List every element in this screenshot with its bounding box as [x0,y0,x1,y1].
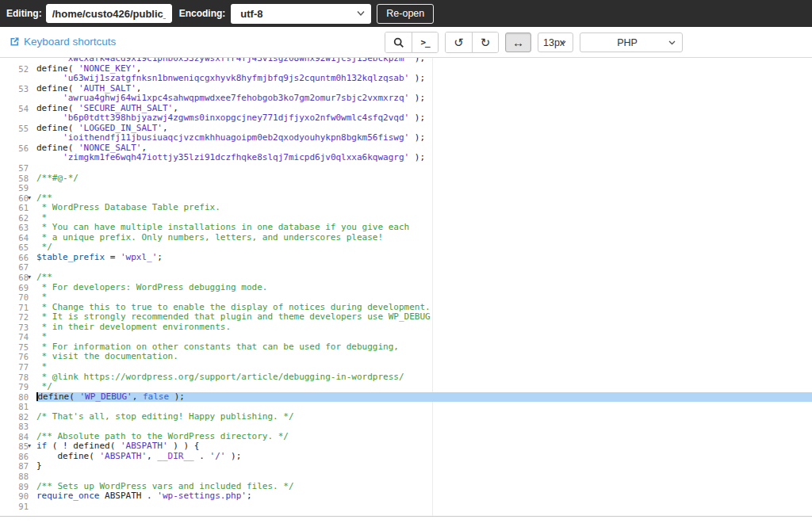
line-number: 63 [0,223,36,233]
gutter-cell: 66 [0,253,36,263]
editor-header-bar: Editing: Encoding: utf-8 Re-open [0,0,812,27]
code-line-text [36,163,812,174]
code-row[interactable]: 88 [0,472,812,482]
code-line-text: * visit the documentation. [36,352,812,362]
code-line-text [36,402,812,412]
chevron-down-icon [668,40,676,45]
code-row[interactable]: 91 [0,502,812,512]
word-wrap-toggle[interactable]: ↔ [505,32,531,52]
code-editor[interactable]: 'xwcxafk4acd9x19c1pnb0x53zywsxffr4fj43v1… [0,58,812,517]
code-row[interactable]: 57 [0,163,812,174]
search-button[interactable] [385,32,412,52]
line-number: 67 [0,262,36,273]
code-line-text [36,422,812,432]
redo-button[interactable]: ↻ [472,32,498,52]
gutter-cell: 88 [0,472,36,482]
line-number: 90 [0,491,36,502]
gutter-cell: 54 [0,104,36,114]
code-row[interactable]: 87} [0,461,812,472]
code-row[interactable]: 67 [0,262,812,273]
line-number: 65 [0,242,36,253]
code-row[interactable]: 79 */ [0,382,812,392]
code-line-text: * It is strongly recommended that plugin… [36,312,812,323]
gutter-cell: 64 [0,233,36,243]
code-line-text [36,502,812,512]
undo-icon: ↺ [454,36,464,48]
gutter-cell [0,133,36,143]
code-line-text: define( 'WP_DEBUG', false ); [36,392,812,403]
terminal-button[interactable]: >_ [412,32,438,52]
line-number: 72 [0,312,36,323]
code-row[interactable]: 'zimgkm1fe6wqh47iottjy35lzi91dczfhqke8sl… [0,153,812,163]
line-number: 57 [0,163,36,174]
code-row[interactable]: 76 * visit the documentation. [0,352,812,362]
code-line-text: * [36,362,812,372]
gutter-cell: 77 [0,362,36,372]
code-line-text: /**#@-*/ [36,174,812,184]
code-row[interactable]: 74 * [0,332,812,342]
code-row[interactable]: 78 * @link https://wordpress.org/support… [0,372,812,383]
code-row[interactable]: 90require_once ABSPATH . 'wp-settings.ph… [0,491,812,502]
code-row[interactable]: 59 [0,183,812,193]
code-line-text: * WordPress Database Table prefix. [36,203,812,213]
redo-icon: ↻ [481,36,491,48]
font-size-select[interactable]: 13px [538,32,573,52]
language-select[interactable]: PHP [580,32,683,52]
line-number: 55 [0,124,36,134]
encoding-select[interactable]: utf-8 [231,4,371,24]
code-row[interactable]: 63 * You can have multiple installations… [0,223,812,233]
code-row[interactable]: 'b6p0tdtt398hbjyazwj4zgwms0inxopgcjney77… [0,113,812,124]
fold-arrow-icon[interactable]: ▾ [28,441,31,452]
code-row[interactable]: 'awrua4ghwj64wi1xpc4sahwqpmwdxee7fehobgo… [0,94,812,104]
code-row[interactable]: 61 * WordPress Database Table prefix. [0,203,812,213]
reopen-button[interactable]: Re-open [377,4,434,24]
line-number: 80 [0,392,36,403]
code-row[interactable]: 64 * a unique prefix. Only numbers, lett… [0,233,812,243]
gutter-cell: 73 [0,323,36,333]
code-row[interactable]: 69 * For developers: WordPress debugging… [0,283,812,293]
line-number: 69 [0,283,36,293]
line-number: 70 [0,292,36,303]
line-number: 87 [0,461,36,472]
code-row[interactable]: 68▾/** [0,273,812,283]
gutter-cell: 68▾ [0,273,36,283]
code-row-highlighted[interactable]: 80define( 'WP_DEBUG', false ); [0,392,812,403]
undo-redo-group: ↺ ↻ [445,32,499,53]
code-row[interactable]: 72 * It is strongly recommended that plu… [0,312,812,323]
line-number: 79 [0,382,36,392]
line-number: 83 [0,422,36,432]
line-number: 59 [0,183,36,193]
gutter-cell: 89 [0,482,36,492]
code-row[interactable]: 86 define( 'ABSPATH', __DIR__ . '/' ); [0,452,812,462]
gutter-cell: 59 [0,183,36,193]
gutter-cell: 76 [0,352,36,362]
fold-arrow-icon[interactable]: ▾ [28,273,31,283]
gutter-cell: 61 [0,203,36,213]
undo-button[interactable]: ↺ [446,32,472,52]
code-row[interactable]: 58/**#@-*/ [0,174,812,184]
code-row[interactable]: 81 [0,402,812,412]
code-row[interactable]: 'u63wij1szatgfnksn1bnweniqcgxhyvk8hyfmjb… [0,74,812,84]
code-row[interactable]: 83 [0,422,812,432]
line-number: 64 [0,233,36,243]
gutter-cell: 52 [0,64,36,74]
code-row[interactable]: 77 * [0,362,812,372]
gutter-cell [0,74,36,84]
file-path-input[interactable] [46,4,172,23]
search-terminal-group: >_ [385,32,439,53]
gutter-cell: 86 [0,452,36,462]
code-row[interactable]: 70 * [0,292,812,303]
fold-arrow-icon[interactable]: ▾ [28,193,31,204]
gutter-cell: 53 [0,84,36,94]
code-row[interactable]: 73 * in their development environments. [0,323,812,333]
line-number: 77 [0,362,36,372]
code-line-text: require_once ABSPATH . 'wp-settings.php'… [36,491,812,502]
code-line-text: 'ioithendfj11jbusiuaqcjvzcmkhhuagoipm0eb… [36,133,812,143]
line-number: 86 [0,452,36,462]
code-row[interactable]: 66$table_prefix = 'wpxl_'; [0,253,812,263]
line-number: 76 [0,352,36,362]
code-row[interactable]: 82/* That's all, stop editing! Happy pub… [0,412,812,422]
keyboard-shortcuts-link[interactable]: Keyboard shortcuts [10,36,116,48]
external-link-icon [10,36,20,47]
code-row[interactable]: 85▾if ( ! defined( 'ABSPATH' ) ) { [0,441,812,452]
